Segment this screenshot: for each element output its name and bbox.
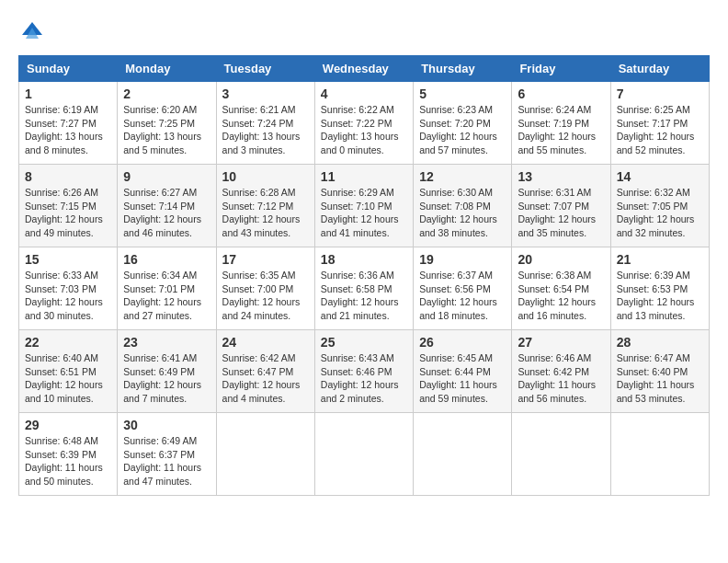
calendar-cell: 13 Sunrise: 6:31 AM Sunset: 7:07 PM Dayl… bbox=[512, 165, 610, 247]
day-number: 28 bbox=[617, 335, 703, 350]
calendar-cell: 5 Sunrise: 6:23 AM Sunset: 7:20 PM Dayli… bbox=[414, 82, 512, 165]
day-number: 12 bbox=[419, 169, 506, 184]
day-info: Sunrise: 6:22 AM Sunset: 7:22 PM Dayligh… bbox=[321, 103, 407, 157]
day-number: 11 bbox=[321, 169, 407, 184]
calendar-cell: 3 Sunrise: 6:21 AM Sunset: 7:24 PM Dayli… bbox=[216, 82, 314, 165]
day-number: 15 bbox=[25, 252, 111, 267]
day-number: 1 bbox=[25, 86, 111, 101]
day-info: Sunrise: 6:33 AM Sunset: 7:03 PM Dayligh… bbox=[25, 269, 111, 323]
weekday-header-tuesday: Tuesday bbox=[216, 56, 314, 82]
day-info: Sunrise: 6:49 AM Sunset: 6:37 PM Dayligh… bbox=[123, 434, 210, 488]
day-info: Sunrise: 6:38 AM Sunset: 6:54 PM Dayligh… bbox=[518, 269, 604, 323]
day-info: Sunrise: 6:26 AM Sunset: 7:15 PM Dayligh… bbox=[25, 186, 111, 240]
day-number: 4 bbox=[321, 86, 407, 101]
weekday-header-wednesday: Wednesday bbox=[314, 56, 413, 82]
day-number: 25 bbox=[321, 335, 407, 350]
day-info: Sunrise: 6:23 AM Sunset: 7:20 PM Dayligh… bbox=[419, 103, 506, 157]
day-info: Sunrise: 6:45 AM Sunset: 6:44 PM Dayligh… bbox=[419, 351, 506, 406]
weekday-header-thursday: Thursday bbox=[414, 56, 512, 82]
calendar-cell: 20 Sunrise: 6:38 AM Sunset: 6:54 PM Dayl… bbox=[512, 247, 610, 330]
day-number: 17 bbox=[222, 252, 309, 267]
calendar-cell bbox=[512, 413, 610, 496]
day-number: 20 bbox=[518, 252, 604, 267]
calendar-cell: 6 Sunrise: 6:24 AM Sunset: 7:19 PM Dayli… bbox=[512, 82, 610, 165]
calendar-cell: 19 Sunrise: 6:37 AM Sunset: 6:56 PM Dayl… bbox=[414, 247, 512, 330]
calendar-cell: 11 Sunrise: 6:29 AM Sunset: 7:10 PM Dayl… bbox=[314, 165, 413, 247]
day-number: 19 bbox=[419, 252, 506, 267]
calendar-cell: 7 Sunrise: 6:25 AM Sunset: 7:17 PM Dayli… bbox=[610, 82, 709, 165]
calendar-cell bbox=[414, 413, 512, 496]
day-number: 21 bbox=[617, 252, 703, 267]
day-number: 26 bbox=[419, 335, 506, 350]
calendar-cell: 10 Sunrise: 6:28 AM Sunset: 7:12 PM Dayl… bbox=[216, 165, 314, 247]
day-info: Sunrise: 6:43 AM Sunset: 6:46 PM Dayligh… bbox=[321, 351, 407, 406]
calendar-cell: 18 Sunrise: 6:36 AM Sunset: 6:58 PM Dayl… bbox=[314, 247, 413, 330]
day-info: Sunrise: 6:27 AM Sunset: 7:14 PM Dayligh… bbox=[123, 186, 210, 240]
day-info: Sunrise: 6:41 AM Sunset: 6:49 PM Dayligh… bbox=[123, 351, 210, 406]
calendar-cell bbox=[216, 413, 314, 496]
day-info: Sunrise: 6:32 AM Sunset: 7:05 PM Dayligh… bbox=[617, 186, 703, 240]
day-info: Sunrise: 6:46 AM Sunset: 6:42 PM Dayligh… bbox=[518, 351, 604, 406]
calendar-cell bbox=[314, 413, 413, 496]
day-info: Sunrise: 6:20 AM Sunset: 7:25 PM Dayligh… bbox=[123, 103, 210, 157]
day-number: 9 bbox=[123, 169, 210, 184]
day-info: Sunrise: 6:28 AM Sunset: 7:12 PM Dayligh… bbox=[222, 186, 309, 240]
day-number: 6 bbox=[518, 86, 604, 101]
calendar-table: SundayMondayTuesdayWednesdayThursdayFrid… bbox=[18, 55, 710, 496]
calendar-cell: 21 Sunrise: 6:39 AM Sunset: 6:53 PM Dayl… bbox=[610, 247, 709, 330]
calendar-cell: 8 Sunrise: 6:26 AM Sunset: 7:15 PM Dayli… bbox=[19, 165, 118, 247]
day-number: 29 bbox=[25, 418, 111, 432]
day-info: Sunrise: 6:19 AM Sunset: 7:27 PM Dayligh… bbox=[25, 103, 111, 157]
calendar-cell: 29 Sunrise: 6:48 AM Sunset: 6:39 PM Dayl… bbox=[19, 413, 118, 496]
day-info: Sunrise: 6:48 AM Sunset: 6:39 PM Dayligh… bbox=[25, 434, 111, 488]
day-info: Sunrise: 6:34 AM Sunset: 7:01 PM Dayligh… bbox=[123, 269, 210, 323]
day-info: Sunrise: 6:37 AM Sunset: 6:56 PM Dayligh… bbox=[419, 269, 506, 323]
day-number: 8 bbox=[25, 169, 111, 184]
day-info: Sunrise: 6:21 AM Sunset: 7:24 PM Dayligh… bbox=[222, 103, 309, 157]
logo bbox=[18, 18, 50, 46]
calendar-cell: 26 Sunrise: 6:45 AM Sunset: 6:44 PM Dayl… bbox=[414, 330, 512, 413]
day-number: 23 bbox=[123, 335, 210, 350]
day-number: 16 bbox=[123, 252, 210, 267]
calendar-cell: 27 Sunrise: 6:46 AM Sunset: 6:42 PM Dayl… bbox=[512, 330, 610, 413]
day-info: Sunrise: 6:24 AM Sunset: 7:19 PM Dayligh… bbox=[518, 103, 604, 157]
calendar-cell: 14 Sunrise: 6:32 AM Sunset: 7:05 PM Dayl… bbox=[610, 165, 709, 247]
calendar-cell: 24 Sunrise: 6:42 AM Sunset: 6:47 PM Dayl… bbox=[216, 330, 314, 413]
weekday-header-friday: Friday bbox=[512, 56, 610, 82]
day-info: Sunrise: 6:42 AM Sunset: 6:47 PM Dayligh… bbox=[222, 351, 309, 406]
day-info: Sunrise: 6:30 AM Sunset: 7:08 PM Dayligh… bbox=[419, 186, 506, 240]
calendar-cell: 16 Sunrise: 6:34 AM Sunset: 7:01 PM Dayl… bbox=[118, 247, 216, 330]
calendar-cell: 25 Sunrise: 6:43 AM Sunset: 6:46 PM Dayl… bbox=[314, 330, 413, 413]
calendar-cell: 12 Sunrise: 6:30 AM Sunset: 7:08 PM Dayl… bbox=[414, 165, 512, 247]
weekday-header-sunday: Sunday bbox=[19, 56, 118, 82]
day-number: 27 bbox=[518, 335, 604, 350]
day-number: 2 bbox=[123, 86, 210, 101]
weekday-header-saturday: Saturday bbox=[610, 56, 709, 82]
day-info: Sunrise: 6:39 AM Sunset: 6:53 PM Dayligh… bbox=[617, 269, 703, 323]
calendar-cell: 1 Sunrise: 6:19 AM Sunset: 7:27 PM Dayli… bbox=[19, 82, 118, 165]
day-info: Sunrise: 6:31 AM Sunset: 7:07 PM Dayligh… bbox=[518, 186, 604, 240]
calendar-cell: 22 Sunrise: 6:40 AM Sunset: 6:51 PM Dayl… bbox=[19, 330, 118, 413]
day-number: 3 bbox=[222, 86, 309, 101]
calendar-cell: 9 Sunrise: 6:27 AM Sunset: 7:14 PM Dayli… bbox=[118, 165, 216, 247]
day-number: 22 bbox=[25, 335, 111, 350]
day-number: 5 bbox=[419, 86, 506, 101]
calendar-cell: 23 Sunrise: 6:41 AM Sunset: 6:49 PM Dayl… bbox=[118, 330, 216, 413]
calendar-cell: 15 Sunrise: 6:33 AM Sunset: 7:03 PM Dayl… bbox=[19, 247, 118, 330]
day-number: 10 bbox=[222, 169, 309, 184]
day-info: Sunrise: 6:29 AM Sunset: 7:10 PM Dayligh… bbox=[321, 186, 407, 240]
logo-icon bbox=[18, 18, 46, 46]
weekday-header-monday: Monday bbox=[118, 56, 216, 82]
day-number: 30 bbox=[123, 418, 210, 432]
day-number: 13 bbox=[518, 169, 604, 184]
day-info: Sunrise: 6:35 AM Sunset: 7:00 PM Dayligh… bbox=[222, 269, 309, 323]
day-info: Sunrise: 6:47 AM Sunset: 6:40 PM Dayligh… bbox=[617, 351, 703, 406]
calendar-cell: 4 Sunrise: 6:22 AM Sunset: 7:22 PM Dayli… bbox=[314, 82, 413, 165]
calendar-cell: 17 Sunrise: 6:35 AM Sunset: 7:00 PM Dayl… bbox=[216, 247, 314, 330]
day-number: 7 bbox=[617, 86, 703, 101]
page-header bbox=[18, 18, 710, 46]
day-number: 24 bbox=[222, 335, 309, 350]
calendar-cell: 2 Sunrise: 6:20 AM Sunset: 7:25 PM Dayli… bbox=[118, 82, 216, 165]
day-info: Sunrise: 6:40 AM Sunset: 6:51 PM Dayligh… bbox=[25, 351, 111, 406]
calendar-cell: 30 Sunrise: 6:49 AM Sunset: 6:37 PM Dayl… bbox=[118, 413, 216, 496]
